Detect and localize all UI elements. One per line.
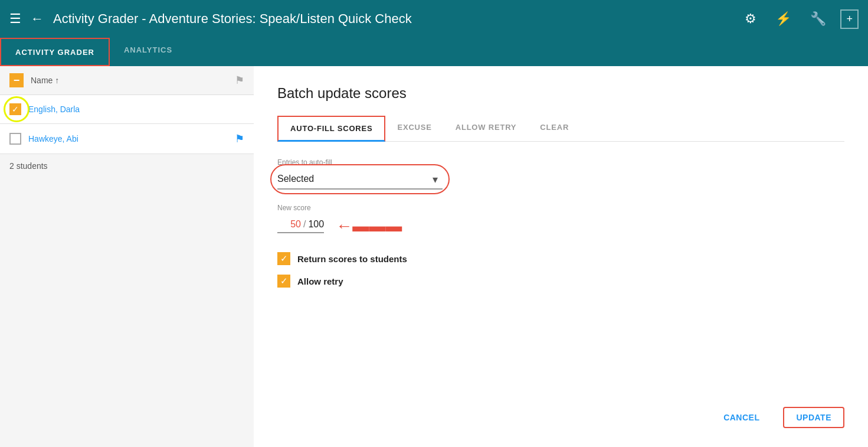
return-scores-row: ✓ Return scores to students xyxy=(277,252,844,265)
entries-field-group: Entries to auto-fill Selected All Ungrad… xyxy=(277,158,844,190)
score-row: 50 / 100 ←▬▬▬ xyxy=(277,217,844,236)
student-name-hawkeye[interactable]: Hawkeye, Abi xyxy=(28,134,78,143)
dialog-footer: CANCEL UPDATE xyxy=(277,397,844,428)
student-row: ✓ English, Darla xyxy=(0,95,254,124)
score-input-group: 50 / 100 xyxy=(277,219,324,233)
allow-retry-checkbox[interactable]: ✓ xyxy=(277,275,290,288)
student-row: Hawkeye, Abi ⚑ xyxy=(0,124,254,154)
dialog-tabs: AUTO-FILL SCORES EXCUSE ALLOW RETRY CLEA… xyxy=(277,116,844,142)
student-name-english[interactable]: English, Darla xyxy=(28,105,80,114)
student-checkbox-english[interactable]: ✓ xyxy=(9,103,21,115)
dialog-tab-excuse[interactable]: EXCUSE xyxy=(385,116,443,142)
back-icon[interactable]: ← xyxy=(31,11,44,27)
new-score-label: New score xyxy=(277,204,844,212)
dialog-tab-clear[interactable]: CLEAR xyxy=(528,116,581,142)
return-scores-label: Return scores to students xyxy=(297,254,407,264)
entries-label: Entries to auto-fill xyxy=(277,158,844,167)
return-scores-checkbox[interactable]: ✓ xyxy=(277,252,290,265)
wrench-icon[interactable]: 🔧 xyxy=(805,6,831,31)
entries-select-wrapper: Selected All Ungraded ▾ xyxy=(277,169,443,190)
tab-analytics[interactable]: ANALYTICS xyxy=(110,37,186,65)
name-column-header: Name ↑ xyxy=(31,76,59,85)
sort-arrow-icon[interactable]: ↑ xyxy=(55,76,59,85)
top-nav: ☰ ← Activity Grader - Adventure Stories:… xyxy=(0,0,868,38)
dialog-panel: Batch update scores AUTO-FILL SCORES EXC… xyxy=(254,66,868,447)
lightning-icon[interactable]: ⚡ xyxy=(771,6,796,31)
settings-icon[interactable]: ⚙ xyxy=(740,6,761,31)
tab-activity-grader[interactable]: ACTIVITY GRADER xyxy=(0,38,110,66)
allow-retry-row: ✓ Allow retry xyxy=(277,275,844,288)
list-header: − Name ↑ ⚑ xyxy=(0,66,254,95)
score-divider: / xyxy=(303,219,306,230)
left-panel: − Name ↑ ⚑ ✓ English, Darla Hawkeye, Abi… xyxy=(0,66,254,447)
form-section: Entries to auto-fill Selected All Ungrad… xyxy=(277,158,844,397)
dialog-tab-autofill[interactable]: AUTO-FILL SCORES xyxy=(277,116,385,142)
update-button[interactable]: UPDATE xyxy=(783,407,844,428)
students-count: 2 students xyxy=(0,154,254,178)
row-flag-icon: ⚑ xyxy=(235,132,244,145)
cancel-button[interactable]: CANCEL xyxy=(714,408,769,427)
dialog-tab-allow-retry[interactable]: ALLOW RETRY xyxy=(444,116,529,142)
red-arrow-icon: ←▬▬▬ xyxy=(336,217,402,236)
page-title: Activity Grader - Adventure Stories: Spe… xyxy=(53,11,731,27)
main-content: − Name ↑ ⚑ ✓ English, Darla Hawkeye, Abi… xyxy=(0,66,868,447)
flag-header-icon: ⚑ xyxy=(235,74,244,87)
new-score-section: New score 50 / 100 ←▬▬▬ xyxy=(277,204,844,236)
menu-icon[interactable]: ☰ xyxy=(9,11,21,27)
score-max: 100 xyxy=(308,219,324,230)
score-value[interactable]: 50 xyxy=(277,219,301,230)
dialog-title: Batch update scores xyxy=(277,85,844,102)
entries-select[interactable]: Selected All Ungraded xyxy=(277,169,443,190)
plus-icon[interactable]: + xyxy=(840,9,859,29)
deselect-all-button[interactable]: − xyxy=(9,73,24,87)
student-checkbox-hawkeye[interactable] xyxy=(9,133,21,145)
allow-retry-label: Allow retry xyxy=(297,276,343,286)
tabs-bar: ACTIVITY GRADER ANALYTICS xyxy=(0,38,868,66)
